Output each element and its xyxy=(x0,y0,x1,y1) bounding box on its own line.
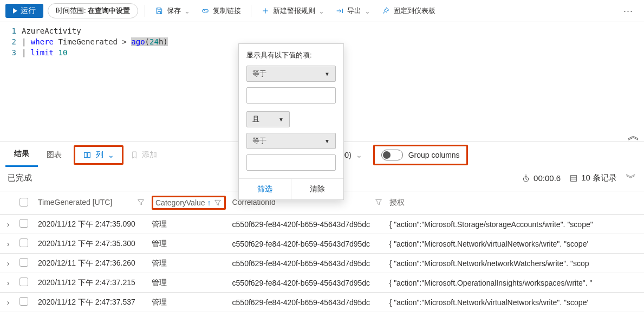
cell-categoryvalue: 管理 xyxy=(148,215,229,234)
cell-correlationid: c550f629-fe84-420f-b659-45643d7d95dc xyxy=(229,293,386,312)
chevron-down-icon: ⌄ xyxy=(365,7,370,15)
expand-status-button[interactable]: ︾ xyxy=(626,171,636,185)
time-range-selector[interactable]: 时间范围: 在查询中设置 xyxy=(48,3,138,18)
filter-apply-button[interactable]: 筛选 xyxy=(239,179,291,199)
more-menu-button[interactable]: ··· xyxy=(618,5,639,17)
table-row[interactable]: ›2020/11/12 下午 2:47:37.537管理c550f629-fe8… xyxy=(0,293,644,312)
group-columns-toggle[interactable]: Group columns xyxy=(373,145,468,165)
caret-down-icon: ▼ xyxy=(324,71,330,77)
row-checkbox[interactable] xyxy=(19,258,28,267)
save-button[interactable]: 保存 ⌄ xyxy=(152,4,193,18)
expand-row-button[interactable]: › xyxy=(0,273,16,293)
expand-row-button[interactable]: › xyxy=(0,293,16,312)
code-lines: AzureActivity | where TimeGenerated > ag… xyxy=(22,25,168,120)
row-checkbox[interactable] xyxy=(19,238,28,247)
cell-correlationid: c550f629-fe84-420f-b659-45643d7d95dc xyxy=(229,234,386,254)
cell-authorization: { "action":"Microsoft.OperationalInsight… xyxy=(386,273,644,293)
run-label: 运行 xyxy=(21,6,36,16)
cell-timegenerated: 2020/11/12 下午 2:47:35.300 xyxy=(35,234,148,254)
cell-correlationid: c550f629-fe84-420f-b659-45643d7d95dc xyxy=(229,215,386,234)
add-button[interactable]: 添加 xyxy=(123,147,164,163)
cell-categoryvalue: 管理 xyxy=(148,254,229,273)
stopwatch-icon xyxy=(522,174,530,183)
cell-categoryvalue: 管理 xyxy=(148,234,229,254)
bookmark-plus-icon xyxy=(130,151,139,159)
columns-label: 列 xyxy=(96,150,103,160)
filter-value-1[interactable] xyxy=(246,87,336,104)
sort-asc-icon: ↑ xyxy=(207,198,211,207)
col-header-timegenerated[interactable]: TimeGenerated [UTC] xyxy=(35,191,148,215)
chevron-down-icon: ⌄ xyxy=(318,7,324,15)
popup-title: 显示具有以下值的项: xyxy=(246,50,336,60)
tab-results[interactable]: 结果 xyxy=(5,143,38,167)
cell-correlationid: c550f629-fe84-420f-b659-45643d7d95dc xyxy=(229,254,386,273)
filter-icon[interactable] xyxy=(136,198,145,208)
chevron-down-icon: ⌄ xyxy=(108,151,114,159)
divider xyxy=(251,5,251,17)
time-range-value: 在查询中设置 xyxy=(88,7,130,15)
table-row[interactable]: ›2020/11/12 下午 2:47:35.300管理c550f629-fe8… xyxy=(0,234,644,254)
group-columns-label: Group columns xyxy=(408,151,460,159)
filter-icon[interactable] xyxy=(213,198,222,207)
cell-authorization: { "action":"Microsoft.Network/networkWat… xyxy=(386,254,644,273)
filter-value-2[interactable] xyxy=(246,154,336,171)
svg-rect-1 xyxy=(88,152,90,157)
columns-icon xyxy=(83,151,92,159)
time-range-prefix: 时间范围: xyxy=(56,7,88,15)
expand-row-button[interactable]: › xyxy=(0,234,16,254)
filter-clear-button[interactable]: 清除 xyxy=(291,179,343,199)
filter-icon[interactable] xyxy=(374,198,383,208)
tab-chart[interactable]: 图表 xyxy=(38,144,70,166)
cell-categoryvalue: 管理 xyxy=(148,273,229,293)
list-icon xyxy=(569,174,578,183)
new-alert-rule-button[interactable]: 新建警报规则 ⌄ xyxy=(258,4,328,18)
row-checkbox[interactable] xyxy=(19,219,28,228)
copy-link-button[interactable]: 复制链接 xyxy=(198,4,244,18)
expand-row-button[interactable]: › xyxy=(0,215,16,234)
filter-conjunction[interactable]: 且▼ xyxy=(246,111,290,127)
divider xyxy=(145,5,145,17)
caret-down-icon: ▼ xyxy=(278,117,284,122)
column-filter-popup: 显示具有以下值的项: 等于▼ 且▼ 等于▼ 筛选 清除 xyxy=(238,43,344,200)
pin-icon xyxy=(381,7,390,15)
cell-authorization: { "action":"Microsoft.Network/virtualNet… xyxy=(386,293,644,312)
col-header-authorization[interactable]: 授权 xyxy=(386,191,644,215)
row-checkbox[interactable] xyxy=(19,297,28,306)
export-icon xyxy=(335,7,344,15)
run-button[interactable]: 运行 xyxy=(5,4,43,18)
chevron-down-icon: ⌄ xyxy=(184,7,190,15)
caret-down-icon: ▼ xyxy=(324,138,330,144)
chevron-down-icon: ⌄ xyxy=(356,151,362,159)
table-row[interactable]: ›2020/11/12 下午 2:47:37.215管理c550f629-fe8… xyxy=(0,273,644,293)
export-button[interactable]: 导出 ⌄ xyxy=(332,4,374,18)
cell-timegenerated: 2020/11/12 下午 2:47:37.537 xyxy=(35,293,148,312)
cell-timegenerated: 2020/12/11 下午 2:47:36.260 xyxy=(35,254,148,273)
filter-operator-2[interactable]: 等于▼ xyxy=(246,133,336,149)
status-completed: 已完成 xyxy=(8,173,32,183)
filter-operator-1[interactable]: 等于▼ xyxy=(246,66,336,82)
new-alert-label: 新建警报规则 xyxy=(273,6,315,16)
cell-timegenerated: 2020/11/12 下午 2:47:35.090 xyxy=(35,215,148,234)
cell-timegenerated: 2020/11/12 下午 2:47:37.215 xyxy=(35,273,148,293)
query-duration: 00:00.6 xyxy=(522,173,561,183)
row-checkbox[interactable] xyxy=(19,278,28,286)
save-icon xyxy=(155,7,164,15)
svg-rect-3 xyxy=(571,175,577,181)
toolbar: 运行 时间范围: 在查询中设置 保存 ⌄ 复制链接 新建警报规则 ⌄ 导出 ⌄ … xyxy=(0,0,644,22)
columns-button[interactable]: 列 ⌄ xyxy=(74,145,123,165)
select-all-checkbox[interactable] xyxy=(19,198,28,207)
plus-icon xyxy=(261,7,270,15)
cell-correlationid: c550f629-fe84-420f-b659-45643d7d95dc xyxy=(229,273,386,293)
table-row[interactable]: ›2020/12/11 下午 2:47:36.260管理c550f629-fe8… xyxy=(0,254,644,273)
table-row[interactable]: ›2020/11/12 下午 2:47:35.090管理c550f629-fe8… xyxy=(0,215,644,234)
svg-rect-0 xyxy=(84,152,87,157)
cell-authorization: { "action":"Microsoft.Network/virtualNet… xyxy=(386,234,644,254)
pin-label: 固定到仪表板 xyxy=(393,6,435,16)
col-header-categoryvalue[interactable]: CategoryValue ↑ xyxy=(148,191,229,215)
pin-dashboard-button[interactable]: 固定到仪表板 xyxy=(378,4,439,18)
save-label: 保存 xyxy=(167,6,181,16)
collapse-editor-button[interactable]: ︽ xyxy=(628,127,640,144)
record-count: 10 条记录 xyxy=(569,173,617,183)
line-gutter: 123 xyxy=(0,25,22,120)
expand-row-button[interactable]: › xyxy=(0,254,16,273)
